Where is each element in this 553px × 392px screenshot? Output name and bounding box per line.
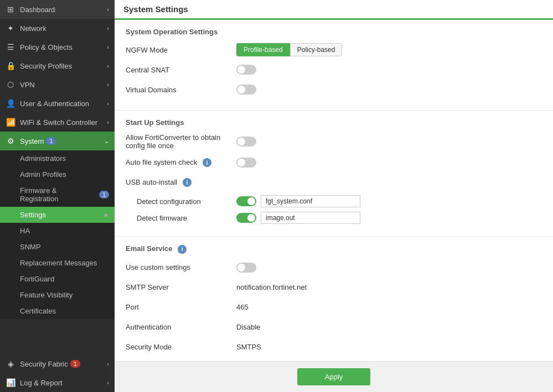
submenu-admin-profiles[interactable]: Admin Profiles [0, 166, 115, 182]
sidebar-item-policy-objects[interactable]: ☰ Policy & Objects › [0, 38, 115, 56]
system-submenu: Administrators Admin Profiles Firmware &… [0, 150, 115, 319]
port-label: Port [126, 303, 236, 311]
auth-value: Disable [236, 323, 260, 331]
sidebar-item-vpn[interactable]: ⬡ VPN › [0, 75, 115, 94]
submenu-settings[interactable]: Settings ★ [0, 207, 115, 223]
system-operation-title: System Operation Settings [126, 28, 542, 36]
port-row: Port 465 [126, 300, 542, 315]
sidebar-item-security-fabric[interactable]: ◈ Security Fabric 1 › [0, 354, 115, 373]
usb-info-icon[interactable]: i [183, 178, 192, 187]
central-snat-row: Central SNAT [126, 62, 542, 77]
use-custom-toggle[interactable] [236, 263, 256, 273]
detect-config-input[interactable] [261, 195, 360, 207]
virtual-domains-row: Virtual Domains [126, 82, 542, 97]
security-mode-value: SMTPS [236, 343, 261, 351]
network-icon: ✦ [6, 23, 15, 33]
vpn-icon: ⬡ [6, 80, 15, 90]
sidebar-item-label: Dashboard [20, 6, 55, 14]
sidebar-item-label: WiFi & Switch Controller [20, 118, 97, 127]
sidebar-item-label: Security Fabric [20, 360, 68, 368]
sidebar: ⊞ Dashboard › ✦ Network › ☰ Policy & Obj… [0, 0, 115, 392]
sidebar-item-dashboard[interactable]: ⊞ Dashboard › [0, 0, 115, 19]
ngfw-profile-based-button[interactable]: Profile-based [236, 43, 290, 56]
smtp-server-value: notification.fortinet.net [236, 283, 307, 291]
submenu-ha[interactable]: HA [0, 223, 115, 239]
security-mode-label: Security Mode [126, 343, 236, 351]
sidebar-item-label: VPN [20, 81, 35, 89]
smtp-server-label: SMTP Server [126, 283, 236, 291]
usb-auto-install-row: USB auto-install i [126, 175, 542, 190]
submenu-snmp[interactable]: SNMP [0, 239, 115, 255]
submenu-label: Replacement Messages [20, 259, 97, 267]
footer: Apply [115, 361, 553, 392]
sidebar-item-system[interactable]: ⚙ System 1 ⌄ [0, 132, 115, 150]
ngfw-mode-group: Profile-based Policy-based [236, 43, 342, 56]
forticonverter-toggle[interactable] [236, 137, 256, 147]
sidebar-item-label: User & Authentication [20, 100, 89, 108]
auto-filesystem-toggle[interactable] [236, 158, 256, 168]
use-custom-row: Use custom settings [126, 260, 542, 275]
submenu-label: HA [20, 227, 30, 235]
sidebar-item-log-report[interactable]: 📊 Log & Report › [0, 373, 115, 392]
policy-icon: ☰ [6, 42, 15, 52]
chevron-icon: › [107, 100, 109, 107]
detect-config-toggle[interactable] [236, 196, 256, 206]
auto-filesystem-label: Auto file system check i [126, 158, 236, 168]
virtual-domains-toggle[interactable] [236, 85, 256, 95]
email-service-title: Email Service i [126, 244, 542, 254]
apply-button[interactable]: Apply [297, 368, 371, 385]
submenu-feature-visibility[interactable]: Feature Visibility [0, 287, 115, 303]
detect-firmware-toggle[interactable] [236, 213, 256, 223]
submenu-firmware-reg[interactable]: Firmware & Registration 1 [0, 182, 115, 207]
chevron-icon: › [107, 25, 109, 32]
submenu-fortiguard[interactable]: FortiGuard [0, 271, 115, 287]
security-mode-row: Security Mode SMTPS [126, 340, 542, 354]
central-snat-label: Central SNAT [126, 66, 236, 74]
security-fabric-badge: 1 [70, 360, 80, 368]
submenu-label: SNMP [20, 243, 41, 251]
auto-filesystem-row: Auto file system check i [126, 155, 542, 170]
detect-firmware-label: Detect firmware [137, 214, 236, 222]
submenu-administrators[interactable]: Administrators [0, 150, 115, 166]
system-operation-section: System Operation Settings NGFW Mode Prof… [115, 20, 553, 111]
sidebar-item-label: Security Profiles [20, 62, 72, 70]
detect-config-label: Detect configuration [137, 197, 236, 206]
log-icon: 📊 [6, 378, 15, 388]
content-area: System Operation Settings NGFW Mode Prof… [115, 20, 553, 361]
submenu-label: FortiGuard [20, 275, 54, 283]
toggle-knob [237, 159, 245, 166]
central-snat-toggle[interactable] [236, 65, 256, 75]
toggle-knob [237, 138, 245, 145]
virtual-domains-label: Virtual Domains [126, 86, 236, 94]
submenu-label: Administrators [20, 154, 66, 163]
ngfw-policy-based-button[interactable]: Policy-based [290, 43, 343, 56]
port-value: 465 [236, 303, 249, 311]
toggle-knob [247, 197, 255, 205]
chevron-icon: ⌄ [104, 138, 109, 145]
ngfw-mode-label: NGFW Mode [126, 46, 236, 54]
dashboard-icon: ⊞ [6, 4, 15, 14]
auto-filesystem-info-icon[interactable]: i [203, 158, 211, 167]
email-service-info-icon[interactable]: i [178, 245, 187, 254]
toggle-knob [247, 214, 255, 222]
toggle-knob [237, 66, 245, 74]
page-title: System Settings [123, 4, 188, 14]
sidebar-item-security-profiles[interactable]: 🔒 Security Profiles › [0, 56, 115, 75]
toggle-knob [237, 86, 245, 93]
startup-title: Start Up Settings [126, 118, 542, 127]
submenu-certificates[interactable]: Certificates [0, 303, 115, 319]
sidebar-item-label: Policy & Objects [20, 43, 73, 51]
submenu-replacement-messages[interactable]: Replacement Messages [0, 255, 115, 271]
forticonverter-row: Allow FortiConverter to obtain config fi… [126, 133, 542, 150]
detect-firmware-input[interactable] [261, 212, 360, 224]
sidebar-item-user-auth[interactable]: 👤 User & Authentication › [0, 94, 115, 113]
sidebar-item-wifi-switch[interactable]: 📶 WiFi & Switch Controller › [0, 113, 115, 132]
sidebar-item-network[interactable]: ✦ Network › [0, 19, 115, 38]
chevron-icon: › [107, 119, 109, 126]
smtp-server-row: SMTP Server notification.fortinet.net [126, 280, 542, 295]
usb-auto-install-label: USB auto-install i [126, 178, 236, 187]
chevron-icon: › [107, 62, 109, 69]
sidebar-item-label: Log & Report [20, 379, 63, 387]
ngfw-mode-row: NGFW Mode Profile-based Policy-based [126, 43, 542, 57]
wifi-icon: 📶 [6, 117, 15, 127]
